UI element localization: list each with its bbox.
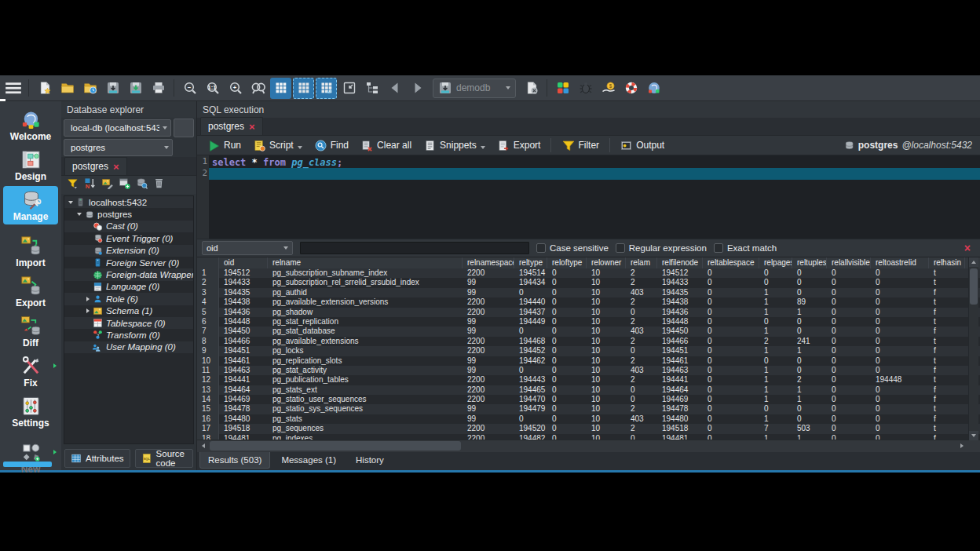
column-header-relowner[interactable]: relowner (587, 257, 626, 268)
sort-button[interactable]: N (84, 177, 96, 192)
attributes-button[interactable]: Attributes (64, 449, 130, 468)
table-row[interactable]: 17194518pg_sequences22001945200102194518… (197, 424, 980, 433)
tree-item-localhost-5432[interactable]: localhost:5432 (64, 196, 193, 208)
table-row[interactable]: 2194433pg_subscription_rel_srrelid_srsub… (197, 278, 980, 287)
code-line[interactable] (209, 168, 980, 180)
tree-item-schema-1-[interactable]: Schema (1) (64, 305, 193, 317)
scroll-down-icon[interactable] (971, 434, 976, 437)
grid-view-button[interactable] (270, 78, 291, 99)
scroll-right-icon[interactable] (960, 443, 964, 448)
table-row[interactable]: 15194478pg_statio_sys_sequences991944790… (197, 404, 980, 414)
activity-item-export[interactable]: Export (3, 272, 58, 311)
clear-all-button[interactable]: Clear all (356, 138, 417, 153)
column-header-relfilenode[interactable]: relfilenode (657, 257, 703, 268)
column-header-relam[interactable]: relam (626, 257, 657, 268)
help-lifebuoy-button[interactable] (620, 78, 642, 99)
db-search-button[interactable] (136, 177, 148, 192)
close-file-button[interactable] (521, 78, 542, 99)
run-button[interactable]: Run (202, 137, 247, 153)
scroll-up-icon[interactable] (971, 261, 976, 264)
tree-item-language-0-[interactable]: Language (0) (64, 281, 193, 293)
activity-item-welcome[interactable]: Welcome (3, 106, 58, 144)
table-row[interactable]: 3194435pg_authid99001040319443501000f (197, 288, 980, 297)
tree-item-role-6-[interactable]: Role (6) (64, 293, 193, 305)
new-file-button[interactable] (34, 78, 55, 99)
expander-right-icon[interactable] (84, 308, 92, 313)
column-header-reltoastrelid[interactable]: reltoastrelid (871, 257, 929, 268)
table-row[interactable]: 5194436pg_shadow220019443701001944360110… (197, 308, 980, 317)
activity-item-manage[interactable]: Manage (3, 186, 58, 224)
code-area[interactable]: select * from pg_class; (209, 155, 980, 239)
tree-item-transform-0-[interactable]: Transform (0) (64, 329, 193, 341)
table-row[interactable]: 8194466pg_available_extensions2200194468… (197, 337, 980, 346)
table-row[interactable]: 7194450pg_stat_database99001040319445001… (197, 327, 980, 336)
activity-item-new[interactable]: New (3, 439, 58, 477)
column-header-reltype[interactable]: reltype (514, 257, 547, 268)
refresh-button[interactable] (175, 139, 194, 156)
tree-item-extension-0-[interactable]: Extension (0) (64, 245, 193, 257)
table-row[interactable]: 1194512pg_subscription_subname_index2200… (197, 268, 980, 278)
table-row[interactable]: 16194480pg_stats99001040319448001000f (197, 414, 980, 424)
print-button[interactable] (148, 78, 169, 99)
column-header-relnamespace[interactable]: relnamespace (463, 257, 514, 268)
horizontal-scroll-thumb[interactable] (210, 441, 461, 451)
column-header-reltuples[interactable]: reltuples (792, 257, 827, 268)
column-header-relpages[interactable]: relpages (759, 257, 792, 268)
table-row[interactable]: 10194461pg_replication_slots991944620102… (197, 356, 980, 366)
source-code-button[interactable]: SQLSource code (135, 449, 193, 468)
expander-down-icon[interactable] (67, 201, 75, 204)
activity-item-import[interactable]: Import (3, 232, 58, 271)
recent-files-button[interactable] (79, 78, 101, 99)
table-row[interactable]: 6194448pg_stat_replication99194449010219… (197, 317, 980, 327)
snippets-button[interactable]: Snippets (419, 138, 491, 153)
back-button[interactable] (384, 78, 405, 99)
column-header-oid[interactable]: oid (219, 257, 268, 268)
output-button[interactable]: Output (615, 138, 670, 153)
database-select[interactable]: postgres (64, 139, 173, 156)
table-row[interactable]: 11194463pg_stat_activity9900104031944630… (197, 366, 980, 375)
activity-item-design[interactable]: Design (3, 146, 58, 184)
connect-button[interactable] (174, 119, 194, 137)
compare-search-button[interactable] (247, 78, 269, 99)
donate-button[interactable]: $ (598, 78, 619, 99)
zoom-in-button[interactable]: + (225, 78, 246, 99)
code-line[interactable]: select * from pg_class; (209, 156, 980, 168)
checkbox-regular-expression[interactable]: Regular expression (616, 243, 707, 253)
plugins-button[interactable] (552, 78, 573, 99)
grid-rotate-button[interactable] (316, 78, 337, 99)
scroll-left-icon[interactable] (202, 443, 205, 448)
close-filter-icon[interactable]: × (964, 242, 975, 254)
script-button[interactable]: Script (248, 138, 308, 153)
trash-button[interactable] (153, 177, 165, 192)
horizontal-scrollbar[interactable] (197, 440, 980, 452)
result-tab-messages-1-[interactable]: Messages (1) (272, 452, 345, 469)
result-tab-results-503-[interactable]: Results (503) (199, 452, 270, 469)
table-row[interactable]: 4194438pg_available_extension_versions22… (197, 297, 980, 307)
expander-right-icon[interactable] (84, 297, 92, 301)
connection-select[interactable]: local-db (localhost:5432 (64, 119, 171, 137)
table-row[interactable]: 12194441pg_publication_tables22001944430… (197, 375, 980, 385)
result-tab-history[interactable]: History (347, 452, 393, 469)
filter-input[interactable] (300, 242, 529, 254)
filter-button[interactable]: Filter (556, 137, 605, 153)
object-tree-button[interactable] (361, 78, 382, 99)
activity-item-fix[interactable]: Fix (3, 352, 58, 391)
edit-image-button[interactable] (101, 177, 113, 192)
forward-button[interactable] (407, 78, 428, 99)
column-header-reltablespace[interactable]: reltablespace (703, 257, 759, 268)
checkbox-icon[interactable] (714, 243, 723, 253)
close-icon[interactable]: × (113, 162, 119, 172)
new-tab-button[interactable] (957, 118, 976, 135)
table-row[interactable]: 9194451pg_locks2200194452010019445101100… (197, 346, 980, 356)
tree-item-event-trigger-0-[interactable]: Event Trigger (0) (64, 232, 193, 244)
column-header-relhasin[interactable]: relhasin (929, 257, 965, 268)
save-button[interactable] (102, 78, 123, 99)
checkbox-icon[interactable] (616, 243, 625, 253)
tree-item-foreign-data-wrapper-0-[interactable]: Foreign-data Wrapper (0) (64, 268, 193, 280)
sql-tab-postgres[interactable]: postgres × (200, 117, 263, 135)
window-plus-button[interactable] (119, 177, 130, 192)
table-row[interactable]: 14194469pg_statio_user_sequences22001944… (197, 395, 980, 404)
column-header-relname[interactable]: relname (268, 257, 463, 268)
postgresql-about-button[interactable] (643, 78, 664, 99)
close-icon[interactable]: × (249, 122, 255, 132)
